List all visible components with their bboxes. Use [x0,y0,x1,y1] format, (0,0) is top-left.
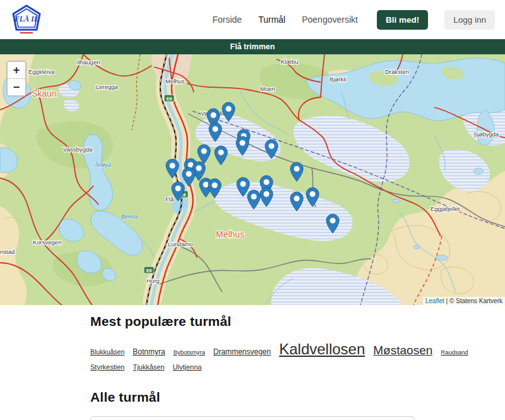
page-banner: Flå trimmen [0,39,505,54]
map-label: Lundamo [168,241,193,248]
login-button[interactable]: Logg inn [444,10,495,30]
attribution-copyright: © Statens Kartverk [449,297,502,304]
tag-link[interactable]: Møstaosen [373,344,432,357]
map-container[interactable]: E6E6E6 EggkleivaIlhaugenSkaunLereggaMelh… [0,54,505,305]
map-canvas[interactable]: E6E6E6 EggkleivaIlhaugenSkaunLereggaMelh… [0,54,505,305]
zoom-in-button[interactable]: + [8,62,25,79]
map-label: Sjøbygda [473,131,499,138]
map-attribution: Leaflet | © Statens Kartverk [423,297,505,305]
map-label: Klæbu [281,58,298,65]
map-label: Moen [260,85,275,92]
map-label: Draksten [385,68,409,75]
map-label: nstad [0,248,15,255]
search-input[interactable] [90,416,415,420]
zoom-out-button[interactable]: − [8,79,25,95]
map-label: Flå [165,196,174,203]
main-nav: ForsideTurmålPoengoversikt Bli med! Logg… [212,10,495,30]
map-label: Vassbygda [63,146,93,153]
site-logo-icon[interactable]: FLÅ IL [11,4,42,35]
nav-link-poengoversikt[interactable]: Poengoversikt [302,15,358,25]
tag-row: StyrkestienTjukkåsenUlvtjenna [90,363,415,371]
tag-link[interactable]: Styrkestien [90,363,124,371]
map-label: Benna [121,213,138,220]
map-label: Horg [146,277,160,284]
tag-link[interactable]: Bybotsmyra [174,349,205,356]
popular-tag-cloud: BlukkuåsenBotnmyraBybotsmyraDrammensvege… [90,340,415,371]
banner-title: Flå trimmen [230,42,275,51]
map-zoom-control: + − [6,61,27,97]
nav-link-turmål[interactable]: Turmål [258,15,285,25]
logo-text: FLÅ IL [14,15,39,23]
svg-text:E6: E6 [167,97,172,101]
tag-link[interactable]: Ulvtjenna [173,363,202,371]
map-label: Ånøya [94,162,111,168]
road-shield: E6 [164,95,174,102]
tag-link[interactable]: Drammensvegen [213,347,271,356]
map-label: Melhus [165,78,185,85]
map-label: Bjørkli [330,76,346,83]
map-label: Skaun [32,88,57,99]
map-label: Leregga [96,83,119,90]
site-header: FLÅ IL ForsideTurmålPoengoversikt Bli me… [0,0,505,39]
tag-link[interactable]: Tjukkåsen [133,363,164,371]
tag-link[interactable]: Kaldvellosen [279,340,365,358]
tag-link[interactable]: Raudsand [441,349,468,356]
map-label: Korsvegen [33,239,61,246]
leaflet-link[interactable]: Leaflet [425,297,444,304]
join-button[interactable]: Bli med! [377,10,428,30]
svg-text:E6: E6 [146,268,152,273]
logo-subtext-mark [20,32,33,33]
map-label: Eggjafjellet [431,205,460,212]
map-label: Melhus [216,229,244,239]
attribution-separator: | [444,297,449,304]
map-label: Eggkleiva [28,68,55,75]
main-content: Mest populære turmål BlukkuåsenBotnmyraB… [0,305,505,420]
nav-link-forside[interactable]: Forside [212,15,242,25]
map-label: Ilhaugen [77,59,100,66]
tag-link[interactable]: Blukkuåsen [90,348,124,356]
road-shield: E6 [144,267,154,273]
tag-row: BlukkuåsenBotnmyraBybotsmyraDrammensvege… [90,340,415,358]
all-heading: Alle turmål [90,390,415,405]
tag-link[interactable]: Botnmyra [133,347,165,356]
popular-heading: Mest populære turmål [90,314,415,329]
